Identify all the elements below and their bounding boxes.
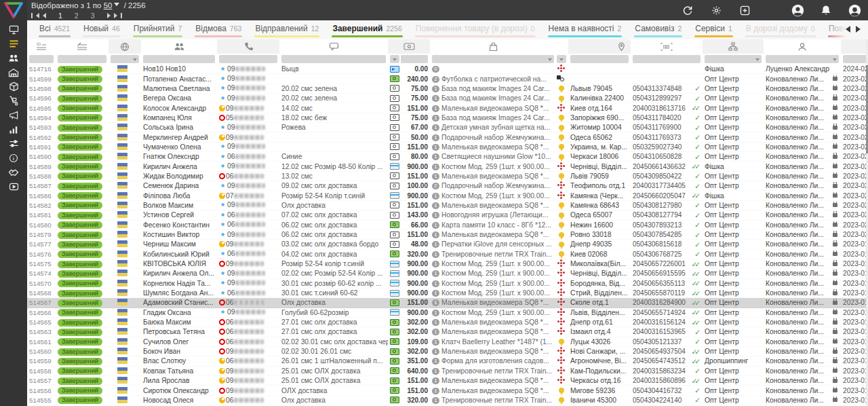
sidebar-item-marketing[interactable] — [5, 110, 22, 120]
filter-tracking[interactable] — [633, 55, 701, 63]
col-country-header[interactable] — [108, 39, 141, 54]
support-headset-icon[interactable] — [848, 3, 861, 17]
table-row[interactable]: 514581ЗавершенийУстинов Сергей*0607.02 с… — [27, 210, 868, 220]
user-account-icon[interactable] — [791, 3, 804, 17]
refresh-icon[interactable] — [681, 3, 694, 17]
table-row[interactable]: 514561ЗавершенийСучилов Олег0602.02 30.0… — [27, 337, 868, 347]
page-2-button[interactable]: 2 — [75, 12, 79, 20]
table-row[interactable]: 514577ЗавершенийЧерниш Максим0903.02 смс… — [27, 240, 868, 249]
table-row[interactable]: 514593ЗавершенийСольська Ірина*09Рожева6… — [27, 123, 868, 132]
table-row[interactable]: 514566ЗавершенийГладик Оксана*09Голубий … — [27, 308, 868, 318]
table-row[interactable]: 514558ЗавершенийКовпак Татьяна0925.01 см… — [27, 367, 868, 376]
filter-date[interactable] — [843, 55, 868, 63]
table-row[interactable]: 514567ЗавершенийАдамовский Станис...06Ол… — [27, 298, 868, 308]
tabs-scroll-right-icon[interactable] — [856, 26, 864, 33]
table-row[interactable]: 514565ЗавершенийБаюка Максим0627.01 смс … — [27, 318, 868, 327]
tab-відмова[interactable]: Відмова763 — [189, 20, 248, 39]
tab-всі[interactable]: Всі4521 — [33, 20, 77, 39]
filter-status[interactable] — [58, 55, 106, 63]
table-row[interactable]: 514599ЗавершенийПотапенко Анастас...*092… — [27, 74, 868, 84]
filter-customer[interactable] — [143, 55, 215, 63]
table-row[interactable]: 514575ЗавершенийКВІТОВСЬКА ЮЛІЯ09Розмір … — [27, 259, 868, 269]
table-row[interactable]: 514587ЗавершенийСеменюк Дарина*0909.02 с… — [27, 181, 868, 191]
tab-відправлений[interactable]: Відправлений12 — [248, 20, 326, 39]
tab-самовивіз[interactable]: Самовивіз2 — [628, 20, 688, 39]
table-row[interactable]: 514716ЗавершенийНов10 Нов10*09Выцв0.000Ф… — [27, 64, 868, 74]
table-row[interactable]: 514582ЗавершенийВолков Максим*09Олх дост… — [27, 201, 868, 210]
table-row[interactable]: 514559ЗавершенийВлас Слотюу0626.01 смс 1… — [27, 356, 868, 366]
col-city-header[interactable] — [568, 39, 631, 54]
col-status-header[interactable] — [56, 39, 108, 54]
sidebar-item-info[interactable] — [5, 153, 22, 163]
tab-нема-в-наявності[interactable]: Нема в наявності2 — [542, 20, 629, 39]
tab-завершений[interactable]: Завершений2256 — [326, 20, 408, 39]
col-order-id-header[interactable]: ID — [27, 39, 56, 54]
table-row[interactable]: 514580ЗавершенийФесенко Константин*0606.… — [27, 221, 868, 230]
first-page-button[interactable] — [31, 13, 46, 18]
table-row[interactable]: 514592ЗавершенийМерклингер Андрей0950.00… — [27, 132, 868, 142]
sidebar-item-orders[interactable] — [5, 39, 22, 49]
table-row[interactable]: 514557ЗавершенийЛила Ярослав0925.01 смс … — [27, 376, 868, 386]
table-row[interactable]: 514596ЗавершенийВегера Оксана*0920.02 см… — [27, 94, 868, 103]
col-delivery-header[interactable] — [556, 39, 568, 54]
table-row[interactable]: 514591ЗавершенийЧумаченко Олена*09151.00… — [27, 143, 868, 152]
sidebar-item-integrations[interactable] — [5, 139, 22, 149]
col-date-header[interactable] — [841, 39, 868, 54]
col-manager-header[interactable] — [764, 39, 841, 54]
table-row[interactable]: 514594ЗавершенийКомпанец Юля0518.02 смс … — [27, 113, 868, 123]
col-fulfillment-header[interactable] — [703, 39, 764, 54]
sidebar-item-customers[interactable] — [5, 53, 22, 63]
table-row[interactable]: 514589ЗавершенийКирилич Анжела*0912.02 с… — [27, 162, 868, 171]
filter-phone[interactable] — [219, 55, 277, 63]
table-row[interactable]: 514598ЗавершенийМалютина Светлана*0920.0… — [27, 84, 868, 94]
table-row[interactable]: 514595ЗавершенийКолосок Александр0914.02… — [27, 103, 868, 113]
sidebar-item-video[interactable] — [5, 181, 22, 191]
page-size-dropdown[interactable]: 50 — [104, 1, 113, 10]
table-row[interactable]: 514563ЗавершенийПетровська Тетяна0627.01… — [27, 327, 868, 337]
col-phone-header[interactable] — [217, 39, 279, 54]
col-products-header[interactable] — [430, 39, 556, 54]
table-row[interactable]: 514568ЗавершенийШумляс Богдана Ан...*063… — [27, 289, 868, 298]
table-row[interactable]: 514588ЗавершенийЖидак Володимир0613.02 с… — [27, 172, 868, 181]
app-logo[interactable] — [3, 1, 24, 19]
filter-fulfillment[interactable] — [705, 55, 762, 63]
tab-прийнятий[interactable]: Прийнятий7 — [127, 20, 189, 39]
table-row[interactable]: 514579ЗавершенийКостишин Виктор*0906.02 … — [27, 230, 868, 240]
tab-новый[interactable]: Новый46 — [77, 20, 127, 39]
table-row[interactable]: 514590ЗавершенийГнатюк Олексндр*06Синие8… — [27, 152, 868, 162]
table-row[interactable]: 514574ЗавершенийКирилич Анжела Ол...*090… — [27, 269, 868, 278]
tab-повернення-товару-в-дорозі-[interactable]: Повернення товару (в дорозі)0 — [409, 20, 542, 39]
table-row[interactable]: 514555ЗавершенийНовосад Олеся06Олх доста… — [27, 396, 868, 405]
col-customer-header[interactable] — [141, 39, 217, 54]
sidebar-item-products[interactable] — [5, 81, 22, 92]
page-1-button[interactable]: 1 — [58, 12, 62, 20]
sidebar-item-warehouse[interactable] — [5, 67, 22, 77]
settings-gear-icon[interactable] — [709, 3, 723, 17]
sidebar-item-partners[interactable] — [5, 167, 22, 177]
col-comment-header[interactable] — [279, 39, 388, 54]
sidebar-item-suppliers[interactable] — [5, 96, 22, 106]
table-row[interactable]: 514556ЗавершенийСиротюк Олександр09ОЛХ д… — [27, 386, 868, 395]
filter-country[interactable] — [111, 55, 139, 63]
filter-amount[interactable] — [401, 55, 428, 63]
table-row[interactable]: 514586ЗавершенийФіліпова Люба07Розмір 52… — [27, 191, 868, 200]
page-3-button[interactable]: 3 — [91, 12, 95, 20]
last-page-button[interactable] — [107, 13, 122, 18]
filter-delivery[interactable] — [557, 55, 566, 63]
tab-в-дорозі-додому[interactable]: В дорозі додому0 — [739, 20, 822, 39]
table-row[interactable]: 514570ЗавершенийКорнелюк Надія Та...*093… — [27, 279, 868, 289]
tabs-scroll-left-icon[interactable] — [842, 26, 850, 33]
filter-payment-type[interactable] — [390, 55, 399, 63]
filter-city[interactable] — [570, 55, 629, 63]
col-tracking-header[interactable] — [631, 39, 703, 54]
filter-manager[interactable] — [766, 55, 839, 63]
tab-сервіси[interactable]: Сервіси1 — [688, 20, 739, 39]
sidebar-item-statistics[interactable] — [5, 124, 22, 134]
filter-products[interactable] — [432, 55, 554, 63]
notifications-bell-icon[interactable] — [819, 3, 833, 17]
col-payment-header[interactable] — [388, 39, 430, 54]
add-new-icon[interactable] — [738, 3, 751, 17]
filter-order-id[interactable] — [29, 55, 54, 63]
table-row[interactable]: 514560ЗавершенийБокоч Иван0902.02 30.01 … — [27, 347, 868, 356]
filter-comment[interactable] — [281, 55, 386, 63]
